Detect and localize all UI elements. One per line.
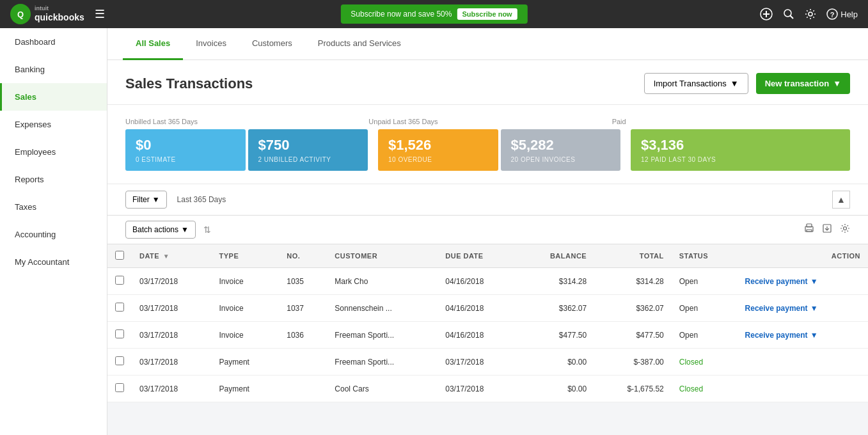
row-checkbox-3[interactable] [115,356,124,365]
subscribe-banner: Subscribe now and save 50% Subscribe now [340,4,527,24]
date-sort-icon: ▼ [163,253,170,260]
summary-card-open-invoices[interactable]: $5,282 20 OPEN INVOICES [501,129,621,171]
row-customer: Freeman Sporti... [327,349,438,376]
summary-card-overdue[interactable]: $1,526 10 OVERDUE [378,129,498,171]
sort-icon-button[interactable]: ⇅ [203,225,211,235]
row-status: Open [672,295,738,322]
receive-payment-button[interactable]: Receive payment ▼ [745,277,818,286]
print-icon-button[interactable] [804,223,814,236]
row-action[interactable] [738,376,868,402]
row-checkbox-cell[interactable] [107,322,132,349]
header-date[interactable]: DATE ▼ [132,244,212,268]
table-row: 03/17/2018 Invoice 1035 Mark Cho 04/16/2… [107,268,868,295]
header-due-date: DUE DATE [438,244,517,268]
card-overdue-sub: 10 OVERDUE [388,156,488,163]
subscribe-now-button[interactable]: Subscribe now [457,8,517,20]
header-date-label: DATE [139,252,159,260]
summary-card-paid[interactable]: $3,136 12 PAID LAST 30 DAYS [631,129,850,171]
row-date: 03/17/2018 [132,376,212,402]
top-nav-right: ? Help [760,8,858,20]
batch-left: Batch actions ▼ ⇅ [125,221,211,239]
row-checkbox-cell[interactable] [107,295,132,322]
summary-card-estimate[interactable]: $0 0 ESTIMATE [125,129,246,171]
header-select-all[interactable] [107,244,132,268]
sidebar-item-accounting[interactable]: Accounting [0,221,107,248]
search-icon-button[interactable] [783,8,794,20]
card-unbilled-sub: 2 UNBILLED ACTIVITY [258,156,358,163]
tabs-bar: All Sales Invoices Customers Products an… [107,28,868,60]
header-balance: BALANCE [517,244,594,268]
help-button[interactable]: ? Help [826,8,858,20]
sidebar-item-banking[interactable]: Banking [0,56,107,83]
import-label: Import Transactions [654,79,727,88]
card-paid-amount: $3,136 [641,137,840,154]
header-status: STATUS [672,244,738,268]
new-transaction-dropdown-icon: ▼ [833,79,841,88]
receive-payment-chevron-icon: ▼ [810,277,818,286]
row-customer: Cool Cars [327,376,438,402]
card-overdue-amount: $1,526 [388,137,488,154]
svg-rect-12 [807,230,812,232]
row-checkbox-cell[interactable] [107,349,132,376]
row-no: 1037 [279,295,327,322]
plus-icon-button[interactable] [760,8,773,20]
import-dropdown-icon: ▼ [730,79,739,88]
row-checkbox-4[interactable] [115,383,124,392]
card-estimate-amount: $0 [136,137,235,154]
header-action: ACTION [738,244,868,268]
batch-actions-button[interactable]: Batch actions ▼ [125,221,196,239]
svg-text:Q: Q [17,10,24,19]
top-nav: Q intuit quickbooks ☰ Subscribe now and … [0,0,868,28]
receive-payment-button[interactable]: Receive payment ▼ [745,304,818,313]
select-all-checkbox[interactable] [115,251,124,260]
sidebar-item-sales[interactable]: Sales [0,83,107,111]
row-action[interactable]: Receive payment ▼ [738,268,868,295]
sidebar-item-employees[interactable]: Employees [0,138,107,166]
tab-all-sales[interactable]: All Sales [123,28,183,60]
row-checkbox-cell[interactable] [107,268,132,295]
tab-products-services[interactable]: Products and Services [305,28,414,60]
filter-chevron-icon: ▼ [152,195,160,204]
row-checkbox-1[interactable] [115,303,124,312]
row-status: Open [672,322,738,349]
qb-logo-icon: Q [10,4,31,24]
row-balance: $362.07 [517,295,594,322]
sidebar-item-dashboard[interactable]: Dashboard [0,28,107,56]
header-total: TOTAL [594,244,672,268]
tab-invoices[interactable]: Invoices [183,28,239,60]
row-total: $314.28 [594,268,672,295]
row-checkbox-0[interactable] [115,276,124,285]
summary-cards-row: $0 0 ESTIMATE $750 2 UNBILLED ACTIVITY $… [125,129,850,171]
row-action[interactable]: Receive payment ▼ [738,322,868,349]
svg-point-15 [844,227,847,230]
row-checkbox-2[interactable] [115,329,124,338]
gear-icon-button[interactable] [805,8,816,20]
scroll-up-button[interactable]: ▲ [832,191,850,209]
table-row: 03/17/2018 Invoice 1036 Freeman Sporti..… [107,322,868,349]
row-checkbox-cell[interactable] [107,376,132,402]
table-body: 03/17/2018 Invoice 1035 Mark Cho 04/16/2… [107,268,868,402]
new-transaction-button[interactable]: New transaction ▼ [756,73,850,94]
tab-customers[interactable]: Customers [239,28,305,60]
filter-button[interactable]: Filter ▼ [125,191,167,209]
sidebar-item-reports[interactable]: Reports [0,166,107,193]
hamburger-button[interactable]: ☰ [95,7,105,21]
filter-label: Filter [132,195,150,204]
summary-separator-2 [623,129,628,171]
row-action[interactable] [738,349,868,376]
sidebar-item-my-accountant[interactable]: My Accountant [0,248,107,276]
svg-point-7 [809,12,812,16]
settings-icon-button[interactable] [840,223,850,236]
summary-card-unbilled[interactable]: $750 2 UNBILLED ACTIVITY [248,129,368,171]
sidebar-item-taxes[interactable]: Taxes [0,193,107,221]
sidebar-item-expenses[interactable]: Expenses [0,111,107,138]
row-no: 1036 [279,322,327,349]
export-icon-button[interactable] [822,223,832,236]
summary-labels-row: Unbilled Last 365 Days Unpaid Last 365 D… [125,118,850,125]
sidebar: Dashboard Banking Sales Expenses Employe… [0,28,107,435]
import-transactions-button[interactable]: Import Transactions ▼ [644,73,748,94]
row-action[interactable]: Receive payment ▼ [738,295,868,322]
receive-payment-button[interactable]: Receive payment ▼ [745,331,818,340]
row-date: 03/17/2018 [132,322,212,349]
row-balance: $0.00 [517,376,594,402]
